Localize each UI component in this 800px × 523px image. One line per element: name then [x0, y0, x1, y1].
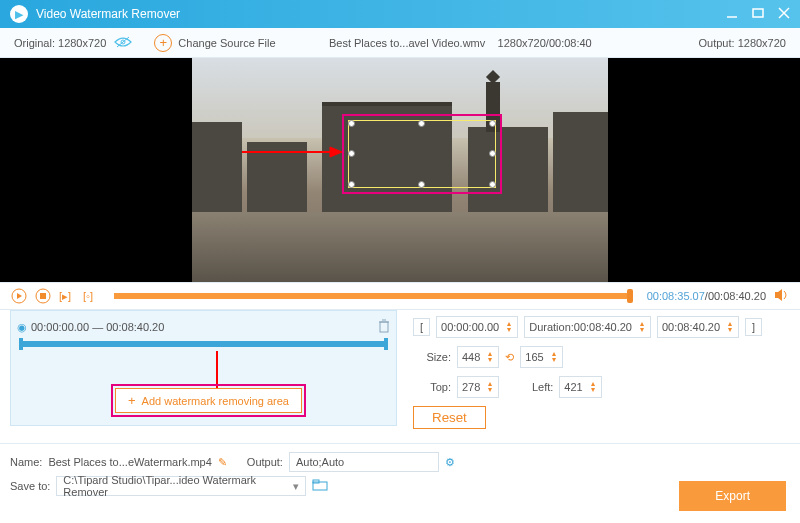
resize-handle[interactable]: [348, 120, 355, 127]
save-path-select[interactable]: C:\Tipard Studio\Tipar...ideo Watermark …: [56, 476, 306, 496]
svg-rect-15: [380, 322, 388, 332]
add-watermark-area-annotation: + Add watermark removing area: [111, 384, 306, 417]
play-button[interactable]: [10, 287, 28, 305]
chevron-down-icon[interactable]: ▾: [293, 480, 299, 493]
svg-text:[◦]: [◦]: [83, 290, 93, 302]
app-logo-icon: ▶: [10, 5, 28, 23]
export-button[interactable]: Export: [679, 481, 786, 511]
infobar: Original: 1280x720 + Change Source File …: [0, 28, 800, 58]
original-resolution: Original: 1280x720: [14, 37, 106, 49]
open-folder-button[interactable]: [312, 479, 328, 493]
segments-panel: ◉ 00:00:00.00 — 00:08:40.20 + Add waterm…: [10, 310, 397, 426]
resize-handle[interactable]: [489, 120, 496, 127]
svg-rect-11: [40, 293, 46, 299]
time-display: 00:08:35.07/00:08:40.20: [647, 290, 766, 302]
svg-marker-7: [330, 147, 342, 157]
segment-row[interactable]: ◉ 00:00:00.00 — 00:08:40.20: [17, 317, 390, 337]
width-input[interactable]: 448▴▾: [457, 346, 499, 368]
source-filename: Best Places to...avel Video.wmv 1280x720…: [329, 37, 592, 49]
segment-track[interactable]: [19, 341, 388, 347]
maximize-button[interactable]: [752, 7, 764, 21]
bottom-panels: ◉ 00:00:00.00 — 00:08:40.20 + Add waterm…: [0, 310, 800, 443]
rename-button[interactable]: ✎: [218, 456, 227, 469]
volume-icon[interactable]: [774, 288, 790, 304]
left-label: Left:: [505, 381, 553, 393]
resize-handle[interactable]: [418, 120, 425, 127]
stop-button[interactable]: [34, 287, 52, 305]
timeline-slider[interactable]: [114, 293, 633, 299]
output-resolution: Output: 1280x720: [699, 37, 786, 49]
svg-rect-1: [753, 9, 763, 17]
save-to-label: Save to:: [10, 480, 50, 492]
resize-handle[interactable]: [418, 181, 425, 188]
plus-icon: +: [128, 393, 136, 408]
bracket-end-button[interactable]: ]: [745, 318, 762, 336]
top-input[interactable]: 278▴▾: [457, 376, 499, 398]
reset-button[interactable]: Reset: [413, 406, 486, 429]
watermark-selection-box[interactable]: [342, 114, 502, 194]
link-aspect-icon[interactable]: ⟲: [505, 351, 514, 364]
bracket-start-button[interactable]: [: [413, 318, 430, 336]
size-label: Size:: [413, 351, 451, 363]
start-time-input[interactable]: 00:00:00.00▴▾: [436, 316, 518, 338]
minimize-button[interactable]: [726, 7, 738, 21]
segment-icon: ◉: [17, 321, 27, 334]
change-source-button[interactable]: + Change Source File: [154, 34, 275, 52]
video-preview[interactable]: [0, 58, 800, 282]
segment-range: 00:00:00.00 — 00:08:40.20: [31, 321, 164, 333]
svg-marker-14: [775, 289, 782, 301]
footer: Name: Best Places to...eWatermark.mp4 ✎ …: [0, 443, 800, 504]
resize-handle[interactable]: [489, 150, 496, 157]
name-label: Name:: [10, 456, 42, 468]
add-area-label: Add watermark removing area: [142, 395, 289, 407]
left-input[interactable]: 421▴▾: [559, 376, 601, 398]
app-title: Video Watermark Remover: [36, 7, 712, 21]
set-start-button[interactable]: [▸]: [58, 287, 76, 305]
playback-bar: [▸] [◦] 00:08:35.07/00:08:40.20: [0, 282, 800, 310]
output-label: Output:: [247, 456, 283, 468]
add-watermark-area-button[interactable]: + Add watermark removing area: [115, 388, 302, 413]
set-end-button[interactable]: [◦]: [82, 287, 100, 305]
properties-panel: [ 00:00:00.00▴▾ Duration:00:08:40.20▴▾ 0…: [409, 310, 790, 443]
titlebar: ▶ Video Watermark Remover: [0, 0, 800, 28]
close-button[interactable]: [778, 7, 790, 21]
duration-input[interactable]: Duration:00:08:40.20▴▾: [524, 316, 651, 338]
plus-icon: +: [154, 34, 172, 52]
resize-handle[interactable]: [489, 181, 496, 188]
video-frame: [192, 58, 608, 282]
resize-handle[interactable]: [348, 181, 355, 188]
change-source-label: Change Source File: [178, 37, 275, 49]
svg-text:[▸]: [▸]: [59, 290, 71, 302]
top-label: Top:: [413, 381, 451, 393]
annotation-arrow-right-icon: [242, 146, 342, 160]
output-format-select[interactable]: Auto;Auto: [289, 452, 439, 472]
timeline-knob[interactable]: [627, 289, 633, 303]
end-time-input[interactable]: 00:08:40.20▴▾: [657, 316, 739, 338]
preview-visibility-icon[interactable]: [114, 36, 132, 50]
output-settings-button[interactable]: ⚙: [445, 456, 455, 469]
resize-handle[interactable]: [348, 150, 355, 157]
output-name: Best Places to...eWatermark.mp4: [48, 456, 211, 468]
delete-segment-button[interactable]: [378, 319, 390, 335]
height-input[interactable]: 165▴▾: [520, 346, 562, 368]
svg-marker-9: [17, 293, 22, 299]
